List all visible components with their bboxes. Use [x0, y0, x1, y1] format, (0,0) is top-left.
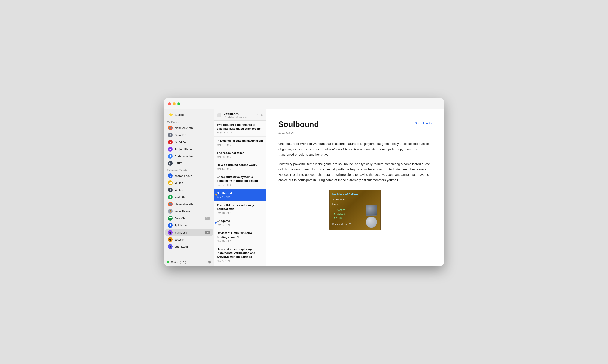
- minimize-button[interactable]: [173, 102, 176, 105]
- sidebar-item-kayf[interactable]: Kkayf.eth: [165, 194, 213, 200]
- avatar-gamedb: ▤: [168, 133, 173, 137]
- star-icon: ⭐: [169, 113, 173, 117]
- article-title-bitcoin-max: In Defense of Bitcoin Maximalism: [217, 139, 263, 143]
- sidebar-item-v2ex[interactable]: ▷V2EX: [165, 160, 213, 167]
- sidebar-item-planetable2[interactable]: 🌐planetable.eth: [165, 201, 213, 208]
- item-stat3: +7 Spirit: [332, 217, 363, 221]
- sidebar-item-yihan2[interactable]: ♩Yi Han: [165, 186, 213, 193]
- sidebar-item-epiphany[interactable]: EEpiphany: [165, 222, 213, 229]
- article-item-two-thought[interactable]: Two thought experiments to evaluate auto…: [214, 121, 266, 136]
- avatar-olivida: ●: [168, 140, 173, 144]
- article-title-optimism: Review of Optimism retro funding round 1: [217, 231, 263, 239]
- item-type1: Soulbound: [332, 198, 363, 202]
- sidebar-item-brantly[interactable]: ◈brantly.eth: [165, 243, 213, 250]
- label-kayf: kayf.eth: [174, 195, 210, 199]
- content-header: Soulbound 2022 Jan 26 See all posts: [278, 120, 432, 134]
- item-card: Necklace of Calisea Soulbound Neck +8 St…: [329, 190, 381, 230]
- article-item-trusted[interactable]: How do trusted setups work?Mar 13, 2022: [214, 161, 266, 173]
- sidebar-item-olivida[interactable]: ●OLIVIDA: [165, 139, 213, 145]
- article-body: One feature of World of Warcraft that is…: [278, 141, 432, 230]
- close-button[interactable]: [168, 102, 171, 105]
- avatar-kayf: K: [168, 195, 173, 199]
- online-label: Online (670): [171, 260, 186, 264]
- article-content-panel[interactable]: Soulbound 2022 Jan 26 See all posts One …: [266, 109, 444, 266]
- planet-meta: 84 articles, 76 unread.: [224, 116, 247, 118]
- sidebar-item-code[interactable]: ⬆CodeLauncher: [165, 153, 213, 160]
- article-title-two-thought: Two thought experiments to evaluate auto…: [217, 123, 263, 131]
- avatar-brantly: ◈: [168, 244, 173, 249]
- avatar-project: ◈: [168, 147, 173, 152]
- article-items: Two thought experiments to evaluate auto…: [214, 121, 266, 266]
- planet-title-block: vitalik.eth 84 articles, 76 unread.: [224, 112, 247, 118]
- sidebar-item-vitalik[interactable]: ◎vitalik.eth76: [165, 229, 213, 236]
- article-item-bitcoin-max[interactable]: In Defense of Bitcoin MaximalismMar 31, …: [214, 136, 266, 149]
- label-planetable2: planetable.eth: [174, 203, 210, 206]
- article-date-soulbound: Jan 25, 2022: [217, 196, 263, 198]
- sidebar-item-garrytan[interactable]: GTGarry Tan12: [165, 215, 213, 222]
- my-planets-label: My Planets: [164, 119, 214, 124]
- article-scroll: Two thought experiments to evaluate auto…: [214, 121, 266, 266]
- article-item-soulbound[interactable]: ★SoulboundJan 25, 2022: [214, 189, 266, 201]
- label-coa: coa.eth: [174, 238, 210, 241]
- see-all-posts-link[interactable]: See all posts: [415, 121, 432, 125]
- label-planetable: planetable.eth: [174, 126, 210, 130]
- article-title-roads: The roads not taken: [217, 151, 263, 155]
- fullscreen-button[interactable]: [177, 102, 180, 105]
- article-header-left: Soulbound 2022 Jan 26: [278, 120, 319, 134]
- label-innerpeace: Inner Peace: [174, 210, 210, 213]
- label-sparanoid: sparanoid.eth: [174, 174, 210, 178]
- article-date-optimism: Nov 15, 2021: [217, 240, 263, 242]
- compose-icon[interactable]: ✏: [260, 113, 263, 117]
- my-planets-list: 🌐planetable.eth▤GameDB●OLIVIDA◈Project P…: [164, 124, 214, 167]
- sidebar-item-planetable[interactable]: 🌐planetable.eth: [165, 125, 213, 131]
- article-item-crypto-cities[interactable]: Crypto CitiesOct 30, 2021: [214, 265, 266, 266]
- article-main-title: Soulbound: [278, 120, 319, 129]
- article-item-optimism[interactable]: Review of Optimism retro funding round 1…: [214, 229, 266, 245]
- main-window: ⭐ Starred My Planets 🌐planetable.eth▤Gam…: [164, 98, 444, 266]
- sidebar-item-coa[interactable]: ◉coa.eth: [165, 236, 213, 243]
- sidebar-item-innerpeace[interactable]: 🧘Inner Peace: [165, 208, 213, 215]
- info-icon[interactable]: ℹ: [257, 113, 259, 117]
- badge-vitalik: 76: [205, 231, 210, 234]
- item-stat2: +7 Intellect: [332, 212, 363, 217]
- label-olivida: OLIVIDA: [174, 141, 210, 144]
- avatar-planetable2: 🌐: [168, 202, 173, 207]
- sidebar-item-gamedb[interactable]: ▤GameDB: [165, 131, 213, 138]
- avatar-coa: ◉: [168, 237, 173, 242]
- article-item-roads[interactable]: The roads not takenMar 28, 2022: [214, 149, 266, 161]
- avatar-planetable: 🌐: [168, 126, 173, 130]
- label-epiphany: Epiphany: [174, 224, 210, 227]
- article-item-bulldozer[interactable]: The bulldozer vs vetocracy political axi…: [214, 201, 266, 217]
- article-list-actions: ℹ ✏: [257, 113, 263, 117]
- add-channel-button[interactable]: ⊕: [208, 260, 211, 264]
- article-title-endgame: Endgame: [217, 219, 263, 223]
- avatar-epiphany: E: [168, 223, 173, 228]
- article-item-halo[interactable]: Halo and more: exploring incremental ver…: [214, 245, 266, 265]
- following-planets-label: Following Planets: [164, 167, 214, 172]
- avatar-yihan2: ♩: [168, 188, 173, 192]
- article-list-header: ⬜ vitalik.eth 84 articles, 76 unread. ℹ …: [214, 109, 266, 121]
- sidebar-item-sparanoid[interactable]: Ssparanoid.eth: [165, 172, 213, 179]
- avatar-sparanoid: S: [168, 173, 173, 178]
- article-date-halo: Nov 4, 2021: [217, 260, 263, 262]
- label-v2ex: V2EX: [174, 162, 210, 165]
- sidebar-item-yihan1[interactable]: YHYi Han: [165, 180, 213, 186]
- sidebar-item-starred[interactable]: ⭐ Starred: [167, 112, 211, 118]
- article-item-encapsulated[interactable]: Encapsulated vs systemic complexity in p…: [214, 173, 266, 189]
- article-publish-date: 2022 Jan 26: [278, 131, 319, 134]
- avatar-v2ex: ▷: [168, 161, 173, 166]
- sidebar-item-project[interactable]: ◈Project Planet: [165, 146, 213, 153]
- article-date-bitcoin-max: Mar 31, 2022: [217, 143, 263, 146]
- label-gamedb: GameDB: [174, 133, 210, 137]
- label-project: Project Planet: [174, 148, 210, 151]
- planet-name: vitalik.eth: [224, 112, 247, 116]
- article-date-bulldozer: Dec 18, 2021: [217, 212, 263, 214]
- avatar-vitalik: ◎: [168, 230, 173, 235]
- article-title-soulbound: Soulbound: [217, 191, 263, 195]
- star-indicator-icon: ★: [215, 193, 218, 196]
- item-stat1: +8 Stamina: [332, 208, 363, 212]
- article-list-panel: ⬜ vitalik.eth 84 articles, 76 unread. ℹ …: [214, 109, 266, 266]
- article-paragraph-1: One feature of World of Warcraft that is…: [278, 141, 432, 157]
- item-type2: Neck: [332, 202, 363, 207]
- article-item-endgame[interactable]: EndgameDec 5, 2021: [214, 217, 266, 229]
